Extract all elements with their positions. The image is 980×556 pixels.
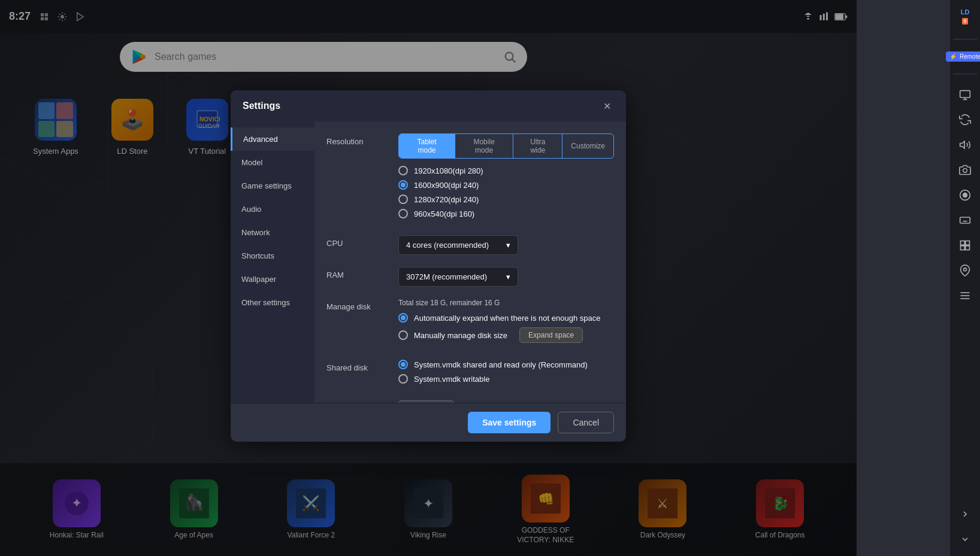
svg-rect-44: [960, 217, 970, 223]
nav-item-advanced[interactable]: Advanced: [231, 127, 314, 151]
chevron-down-icon: ▾: [506, 241, 510, 250]
disk-option-1[interactable]: Automatically expand when there is not e…: [398, 313, 614, 323]
sidebar-icon-keyboard[interactable]: [954, 209, 976, 231]
manage-disk-row: Manage disk Total size 18 G, remainder 1…: [326, 299, 614, 348]
modal-title: Settings: [243, 101, 280, 111]
tab-tablet-mode[interactable]: Tablet mode: [399, 134, 455, 158]
shared-disk-label: Shared disk: [326, 360, 398, 372]
sidebar-icon-rotate[interactable]: [954, 109, 976, 130]
radio-disk2: [398, 330, 408, 340]
svg-rect-52: [961, 246, 965, 250]
resolution-option-1[interactable]: 1920x1080(dpi 280): [398, 166, 614, 175]
svg-point-41: [963, 169, 967, 173]
nav-item-network[interactable]: Network: [231, 221, 314, 244]
svg-marker-40: [960, 141, 965, 148]
svg-rect-53: [966, 246, 970, 250]
svg-rect-51: [966, 241, 970, 245]
manage-disk-control: Total size 18 G, remainder 16 G Automati…: [398, 299, 614, 348]
svg-point-43: [963, 193, 967, 198]
nav-item-model[interactable]: Model: [231, 151, 314, 174]
cpu-label: CPU: [326, 235, 398, 248]
sidebar-divider-2: [953, 74, 977, 74]
radio-disk1: [398, 313, 408, 323]
radio-res1: [398, 166, 408, 175]
ram-row: RAM 3072M (recommended) ▾: [326, 267, 614, 287]
shared-disk-option-1[interactable]: System.vmdk shared and read only (Recomm…: [398, 360, 614, 369]
sidebar-icon-screen[interactable]: [954, 84, 976, 105]
cpu-control: 4 cores (recommended) ▾: [398, 235, 614, 255]
save-settings-button[interactable]: Save settings: [468, 412, 551, 433]
radio-res4: [398, 209, 408, 218]
expand-space-button[interactable]: Expand space: [519, 327, 583, 343]
radio-sd1: [398, 360, 408, 369]
radio-res3: [398, 195, 408, 204]
sidebar-icon-record[interactable]: [954, 184, 976, 206]
manage-disk-label: Manage disk: [326, 299, 398, 311]
tab-mobile-mode[interactable]: Mobile mode: [455, 134, 513, 158]
right-sidebar: LD 9 ⚡ Remote: [950, 0, 980, 556]
resolution-tabs: Tablet mode Mobile mode Ultra wide Custo…: [398, 133, 614, 159]
ram-control: 3072M (recommended) ▾: [398, 267, 614, 287]
resolution-control: Tablet mode Mobile mode Ultra wide Custo…: [398, 133, 614, 223]
nav-item-shortcuts[interactable]: Shortcuts: [231, 244, 314, 268]
svg-rect-50: [961, 241, 965, 245]
modal-close-button[interactable]: ✕: [600, 99, 614, 113]
cancel-button[interactable]: Cancel: [558, 412, 614, 433]
svg-rect-37: [960, 90, 970, 98]
cpu-dropdown[interactable]: 4 cores (recommended) ▾: [398, 235, 518, 255]
disk-total-info: Total size 18 G, remainder 16 G: [398, 299, 614, 307]
sidebar-divider: [953, 39, 977, 40]
sidebar-icon-volume[interactable]: [954, 134, 976, 156]
cpu-row: CPU 4 cores (recommended) ▾: [326, 235, 614, 255]
resolution-row: Resolution Tablet mode Mobile mode Ultra…: [326, 133, 614, 223]
resolution-option-4[interactable]: 960x540(dpi 160): [398, 209, 614, 218]
ram-label: RAM: [326, 267, 398, 279]
sidebar-icon-multi[interactable]: [954, 235, 976, 256]
modal-overlay: Settings ✕ Advanced Model Game settings …: [0, 0, 857, 556]
clear-disk-cache-row: Clear disk cache Clear now: [326, 400, 614, 403]
svg-point-54: [964, 268, 967, 271]
shared-disk-control: System.vmdk shared and read only (Recomm…: [398, 360, 614, 388]
clear-disk-cache-label: Clear disk cache: [326, 400, 398, 403]
settings-nav: Advanced Model Game settings Audio Netwo…: [231, 121, 314, 403]
modal-header: Settings ✕: [231, 90, 626, 121]
ldplayer-logo: LD: [961, 8, 970, 16]
nav-item-wallpaper[interactable]: Wallpaper: [231, 268, 314, 291]
shared-disk-option-2[interactable]: System.vmdk writable: [398, 374, 614, 384]
modal-body: Advanced Model Game settings Audio Netwo…: [231, 121, 626, 403]
radio-res2: [398, 180, 408, 190]
clear-disk-cache-control: Clear now: [398, 400, 614, 403]
resolution-option-3[interactable]: 1280x720(dpi 240): [398, 195, 614, 204]
clear-now-button[interactable]: Clear now: [398, 400, 454, 403]
radio-sd2: [398, 374, 408, 384]
disk-option-2[interactable]: Manually manage disk size Expand space: [398, 327, 614, 343]
sidebar-icon-more[interactable]: [954, 285, 976, 306]
shared-disk-row: Shared disk System.vmdk shared and read …: [326, 360, 614, 388]
sidebar-icon-screenshot[interactable]: [954, 159, 976, 181]
sidebar-icon-expand-bottom[interactable]: [954, 528, 976, 550]
nav-item-game-settings[interactable]: Game settings: [231, 174, 314, 198]
chevron-down-icon-2: ▾: [506, 272, 510, 281]
nav-item-audio[interactable]: Audio: [231, 198, 314, 221]
remote-button[interactable]: ⚡ Remote: [946, 51, 980, 62]
settings-content: Resolution Tablet mode Mobile mode Ultra…: [314, 121, 626, 403]
tab-customize[interactable]: Customize: [562, 134, 613, 158]
tab-ultra-wide[interactable]: Ultra wide: [513, 134, 562, 158]
nav-item-other-settings[interactable]: Other settings: [231, 291, 314, 314]
modal-footer: Save settings Cancel: [231, 403, 626, 442]
settings-modal: Settings ✕ Advanced Model Game settings …: [231, 90, 626, 442]
ram-dropdown[interactable]: 3072M (recommended) ▾: [398, 267, 518, 287]
sidebar-icon-location[interactable]: [954, 260, 976, 281]
ld-version-badge: 9: [962, 18, 968, 25]
resolution-option-2[interactable]: 1600x900(dpi 240): [398, 180, 614, 190]
sidebar-icon-expand-right[interactable]: [954, 503, 976, 525]
resolution-label: Resolution: [326, 133, 398, 146]
